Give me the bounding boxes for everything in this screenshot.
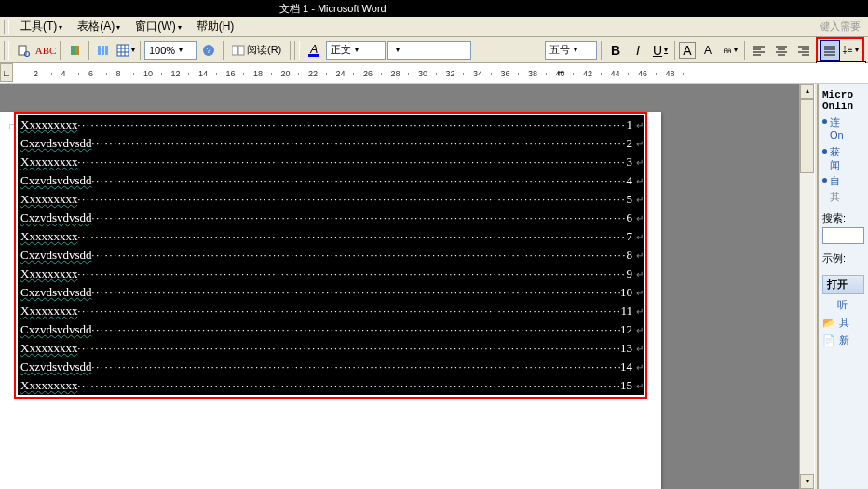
toc-line[interactable]: Xxxxxxxxx·······························… [18, 265, 644, 283]
document-area[interactable]: Xxxxxxxxx·······························… [0, 84, 799, 489]
scroll-up-button[interactable]: ▴ [800, 84, 814, 99]
ruler-number: 4 [61, 69, 66, 78]
folder-open-icon: 📂 [822, 316, 835, 329]
align-right-button[interactable] [793, 40, 814, 61]
toc-leader-dots: ········································… [92, 361, 620, 373]
open-section-header: 打开 [822, 275, 864, 294]
paragraph-mark-icon: ↵ [634, 176, 644, 186]
paragraph-mark-icon: ↵ [634, 362, 644, 373]
ruler-number: 34 [473, 69, 482, 78]
toc-line[interactable]: Xxxxxxxxx·······························… [18, 376, 644, 395]
format-toolbar-drag-handle[interactable] [294, 41, 300, 60]
paragraph-mark-icon: ↵ [634, 120, 644, 130]
research-button[interactable] [64, 40, 85, 61]
toc-page-number: 6 [627, 211, 635, 225]
toc-entry-text: Xxxxxxxxx [20, 341, 77, 356]
tp-open-item-2[interactable]: 其 [839, 316, 849, 330]
tp-open-item-3[interactable]: 新 [839, 333, 849, 347]
scroll-down-button[interactable]: ▾ [800, 474, 814, 489]
spellcheck-button[interactable]: ABC [35, 40, 56, 61]
toolbar-drag-handle[interactable] [4, 41, 9, 60]
horizontal-ruler[interactable]: ∟ 24681012141618202224262830323436384042… [0, 63, 868, 84]
ruler-number: 6 [88, 69, 93, 78]
bold-button[interactable]: B [605, 40, 626, 61]
ruler-number: 14 [198, 69, 208, 78]
font-combo[interactable]: ▾ [387, 41, 471, 60]
align-justify-distributed-button[interactable] [820, 40, 840, 61]
tp-open-item-1[interactable]: 听 [837, 298, 848, 312]
toc-line[interactable]: Cxzvdsvdvsdd····························… [18, 246, 644, 265]
size-combo[interactable]: 五号▾ [545, 41, 597, 60]
svg-rect-14 [232, 46, 237, 55]
line-spacing-button[interactable]: ‡≡▾ [840, 40, 861, 61]
zoom-combo[interactable]: 100%▾ [144, 41, 197, 60]
search-input[interactable] [822, 227, 864, 244]
help-search-hint[interactable]: 键入需要 [820, 20, 868, 34]
svg-text:?: ? [206, 46, 210, 55]
toc-line[interactable]: Cxzvdsvdvsdd····························… [18, 358, 644, 376]
tab-stop-marker[interactable]: ⌐ [558, 65, 564, 78]
toc-leader-dots: ········································… [77, 343, 620, 354]
insert-table-button[interactable]: ▾ [115, 40, 136, 61]
menu-help[interactable]: 帮助(H) [189, 17, 242, 36]
vertical-scrollbar[interactable]: ▴ ▾ [799, 84, 814, 489]
page: Xxxxxxxxx·······························… [0, 112, 661, 489]
read-button[interactable]: 阅读(R) [227, 40, 286, 61]
toc-line[interactable]: Xxxxxxxxx·······························… [18, 190, 644, 209]
toc-entry-text: Cxzvdsvdvsdd [20, 322, 92, 337]
toc-entry-text: Cxzvdsvdvsdd [20, 211, 92, 225]
align-center-button[interactable] [771, 40, 792, 61]
toc-entry-text: Xxxxxxxxx [20, 192, 77, 207]
selection-highlight: Xxxxxxxxx·······························… [14, 112, 647, 399]
toc-page-number: 12 [620, 322, 634, 337]
toc-line[interactable]: Cxzvdsvdvsdd····························… [18, 320, 644, 339]
menu-drag-handle[interactable] [4, 20, 9, 34]
toc-entry-text: Xxxxxxxxx [20, 378, 77, 393]
menu-bar: 工具(T)▾ 表格(A)▾ 窗口(W)▾ 帮助(H) 键入需要 [0, 17, 868, 37]
help-button[interactable]: ? [198, 40, 219, 61]
columns-button[interactable] [93, 40, 114, 61]
italic-button[interactable]: I [628, 40, 648, 61]
ruler-number: 10 [143, 69, 153, 78]
menu-tools[interactable]: 工具(T)▾ [13, 17, 70, 36]
toc-entry-text: Cxzvdsvdvsdd [20, 360, 92, 374]
style-combo[interactable]: 正文▾ [326, 41, 386, 60]
toc-line[interactable]: Xxxxxxxxx·······························… [18, 227, 644, 246]
paragraph-mark-icon: ↵ [634, 269, 644, 279]
ruler-number: 22 [308, 69, 318, 78]
svg-rect-7 [117, 45, 129, 56]
task-pane-heading: MicroOnlin [822, 89, 864, 112]
toc-line[interactable]: Cxzvdsvdvsdd····························… [18, 283, 644, 302]
toc-line[interactable]: Cxzvdsvdvsdd····························… [18, 209, 644, 227]
char-border-button[interactable]: A [679, 42, 696, 59]
paragraph-mark-icon: ↵ [634, 139, 644, 149]
scroll-thumb[interactable] [800, 99, 814, 173]
toc-entry-text: Xxxxxxxxx [20, 304, 77, 319]
ruler-number: 18 [253, 69, 263, 78]
menu-table[interactable]: 表格(A)▾ [70, 17, 128, 36]
font-style-button[interactable]: A [304, 41, 324, 60]
toc-page-number: 2 [627, 136, 635, 151]
tp-link-connect[interactable]: 连On [830, 115, 844, 143]
toc-line[interactable]: Cxzvdsvdvsdd····························… [18, 134, 644, 153]
toc-line[interactable]: Xxxxxxxxx·······························… [18, 153, 644, 171]
ruler-number: 38 [528, 69, 537, 78]
char-scaling-button[interactable]: 🗛▾ [720, 40, 740, 61]
tp-link-news[interactable]: 获闻 [830, 145, 840, 172]
toc-line[interactable]: Xxxxxxxxx·······························… [18, 302, 644, 320]
toc-page-number: 4 [627, 173, 635, 188]
menu-window[interactable]: 窗口(W)▾ [128, 17, 188, 36]
tp-link-other[interactable]: 其 [830, 190, 840, 203]
paragraph-mark-icon: ↵ [634, 306, 644, 317]
align-left-button[interactable] [749, 40, 769, 61]
toc-line[interactable]: Xxxxxxxxx·······························… [18, 339, 644, 358]
tp-link-auto[interactable]: 自 [830, 174, 840, 187]
underline-button[interactable]: U▾ [650, 40, 671, 61]
toc-line[interactable]: Cxzvdsvdvsdd····························… [18, 171, 644, 190]
print-preview-button[interactable] [13, 40, 34, 61]
ruler-number: 48 [666, 69, 675, 78]
tab-selector[interactable]: ∟ [0, 63, 13, 82]
char-shading-button[interactable]: A [698, 41, 718, 60]
toc-page-number: 9 [627, 266, 635, 281]
toc-line[interactable]: Xxxxxxxxx·······························… [18, 115, 644, 134]
